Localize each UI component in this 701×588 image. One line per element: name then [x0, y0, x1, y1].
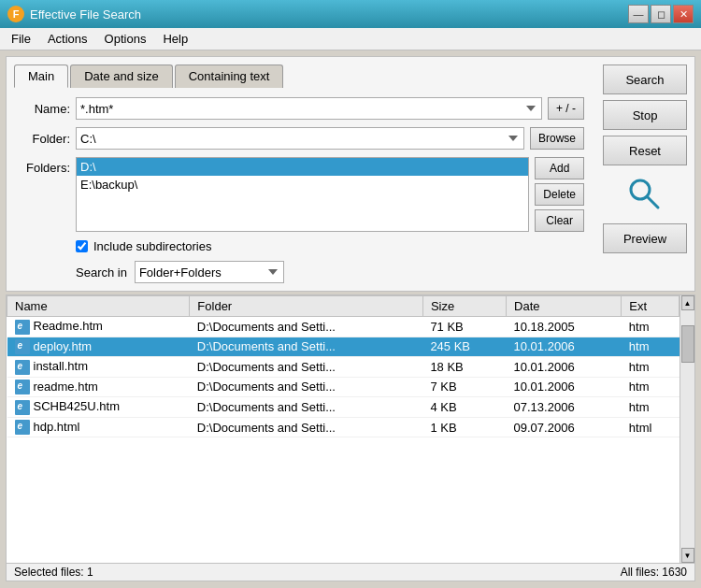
file-size-cell: 71 KB	[422, 317, 506, 337]
folder-input[interactable]: C:\	[76, 127, 524, 150]
file-ext-cell: htm	[622, 357, 680, 378]
table-row[interactable]: readme.htmD:\Documents and Setti...7 KB1…	[7, 377, 680, 397]
file-name-cell: hdp.html	[7, 417, 190, 437]
top-panel-inner: Main Date and size Containing text Name:…	[14, 65, 687, 283]
file-ext-cell: htm	[622, 337, 680, 357]
file-date-cell: 10.18.2005	[507, 317, 622, 337]
table-row[interactable]: install.htmD:\Documents and Setti...18 K…	[7, 357, 680, 378]
name-label: Name:	[14, 102, 70, 116]
bottom-panel: Name Folder Size Date Ext Readme.htmD:\D…	[6, 294, 695, 581]
file-name-cell: SCHB425U.htm	[7, 397, 190, 418]
folders-section: Folders: D:\ E:\backup\ Add Delete Clear	[14, 157, 584, 232]
magnifier-icon-area	[617, 171, 673, 218]
file-folder-cell: D:\Documents and Setti...	[190, 337, 423, 357]
minimize-button[interactable]: —	[628, 5, 649, 23]
search-in-select[interactable]: Folder+Folders Folder only Folders only	[135, 261, 284, 283]
add-button[interactable]: Add	[535, 157, 584, 179]
table-row[interactable]: deploy.htmD:\Documents and Setti...245 K…	[7, 337, 680, 357]
restore-button[interactable]: ◻	[651, 5, 671, 23]
menu-help[interactable]: Help	[155, 30, 195, 48]
preview-button[interactable]: Preview	[603, 223, 687, 253]
tab-main[interactable]: Main	[14, 65, 68, 88]
delete-button[interactable]: Delete	[535, 183, 584, 206]
scrollbar-thumb[interactable]	[681, 325, 694, 363]
close-button[interactable]: ✕	[673, 5, 694, 23]
col-ext[interactable]: Ext	[622, 296, 680, 317]
window-title: Effective File Search	[30, 7, 628, 22]
window-controls: — ◻ ✕	[628, 5, 694, 23]
tab-date-size[interactable]: Date and size	[70, 65, 173, 88]
menu-options[interactable]: Options	[97, 30, 154, 48]
selected-files-status: Selected files: 1	[14, 566, 93, 579]
menu-actions[interactable]: Actions	[40, 30, 95, 48]
menu-file[interactable]: File	[4, 30, 38, 48]
form-area: Name: *.htm* + / - Folder: C:\ Browse	[14, 97, 584, 283]
file-icon	[15, 420, 30, 435]
file-icon	[15, 320, 30, 335]
clear-button[interactable]: Clear	[535, 209, 584, 232]
col-date[interactable]: Date	[507, 296, 622, 317]
scrollbar[interactable]: ▲ ▼	[680, 295, 694, 563]
file-icon	[15, 360, 30, 375]
folder-item-e[interactable]: E:\backup\	[77, 176, 528, 194]
file-name-cell: install.htm	[7, 357, 190, 378]
search-in-row: Search in Folder+Folders Folder only Fol…	[76, 261, 584, 283]
col-folder[interactable]: Folder	[190, 296, 423, 317]
table-row[interactable]: Readme.htmD:\Documents and Setti...71 KB…	[7, 317, 680, 337]
files-table: Name Folder Size Date Ext Readme.htmD:\D…	[7, 295, 680, 437]
file-size-cell: 1 KB	[422, 417, 506, 437]
files-tbody: Readme.htmD:\Documents and Setti...71 KB…	[7, 317, 680, 437]
file-ext-cell: htm	[622, 377, 680, 397]
menu-bar: File Actions Options Help	[0, 28, 701, 50]
folders-buttons: Add Delete Clear	[535, 157, 584, 232]
search-button[interactable]: Search	[603, 65, 687, 94]
file-ext-cell: html	[622, 417, 680, 437]
folder-row: Folder: C:\ Browse	[14, 127, 584, 150]
folder-label: Folder:	[14, 132, 70, 146]
scrollbar-up-arrow[interactable]: ▲	[681, 295, 694, 310]
search-in-label: Search in	[76, 265, 127, 280]
browse-button[interactable]: Browse	[530, 127, 584, 150]
folders-list[interactable]: D:\ E:\backup\	[76, 157, 529, 232]
file-size-cell: 4 KB	[422, 397, 506, 418]
reset-button[interactable]: Reset	[603, 136, 687, 165]
file-size-cell: 245 KB	[422, 337, 506, 357]
file-icon	[15, 339, 30, 354]
file-folder-cell: D:\Documents and Setti...	[190, 397, 423, 418]
file-icon	[15, 380, 30, 394]
folder-item-d[interactable]: D:\	[77, 158, 528, 176]
table-row[interactable]: hdp.htmlD:\Documents and Setti...1 KB09.…	[7, 417, 680, 437]
stop-button[interactable]: Stop	[603, 100, 687, 130]
magnifier-icon	[626, 176, 664, 213]
file-date-cell: 10.01.2006	[507, 337, 622, 357]
file-folder-cell: D:\Documents and Setti...	[190, 317, 423, 337]
folders-label: Folders:	[14, 157, 70, 175]
plus-minus-button[interactable]: + / -	[548, 97, 584, 120]
tab-containing-text[interactable]: Containing text	[175, 65, 284, 88]
file-date-cell: 07.13.2006	[507, 397, 622, 418]
table-wrapper[interactable]: Name Folder Size Date Ext Readme.htmD:\D…	[7, 295, 680, 563]
include-subdirs-checkbox[interactable]	[76, 240, 88, 252]
scrollbar-down-arrow[interactable]: ▼	[681, 548, 694, 563]
file-ext-cell: htm	[622, 397, 680, 418]
app-icon: F	[7, 6, 24, 22]
file-folder-cell: D:\Documents and Setti...	[190, 417, 423, 437]
file-name-cell: deploy.htm	[7, 337, 190, 357]
file-name-cell: Readme.htm	[7, 317, 190, 337]
include-subdirs-row: Include subdirectories	[76, 239, 584, 253]
include-subdirs-label: Include subdirectories	[93, 239, 211, 253]
col-name[interactable]: Name	[7, 296, 190, 317]
file-date-cell: 09.07.2006	[507, 417, 622, 437]
file-date-cell: 10.01.2006	[507, 357, 622, 378]
file-icon	[15, 400, 30, 415]
scrollbar-area: Name Folder Size Date Ext Readme.htmD:\D…	[7, 295, 694, 563]
col-size[interactable]: Size	[422, 296, 506, 317]
top-panel: Main Date and size Containing text Name:…	[6, 56, 695, 292]
file-size-cell: 7 KB	[422, 377, 506, 397]
file-folder-cell: D:\Documents and Setti...	[190, 357, 423, 378]
file-name-cell: readme.htm	[7, 377, 190, 397]
table-row[interactable]: SCHB425U.htmD:\Documents and Setti...4 K…	[7, 397, 680, 418]
name-input[interactable]: *.htm*	[76, 97, 542, 120]
tabs: Main Date and size Containing text	[14, 65, 584, 88]
main-container: Main Date and size Containing text Name:…	[0, 50, 701, 584]
